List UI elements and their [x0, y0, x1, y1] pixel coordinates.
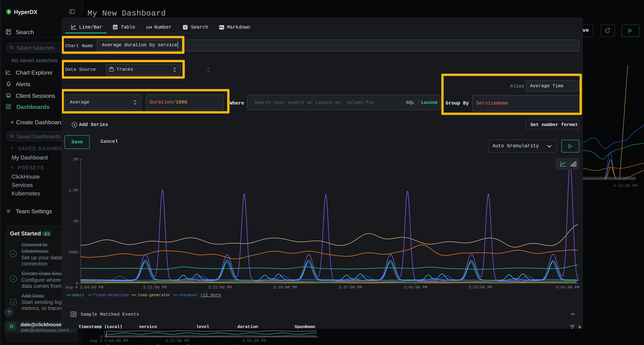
svg-text:load-generator: load-generator	[138, 293, 170, 298]
svg-text:Aug 4 3:04:00 PM: Aug 4 3:04:00 PM	[66, 285, 104, 290]
svg-text:4:04:00 PM: 4:04:00 PM	[614, 184, 637, 188]
svg-text:500K: 500K	[68, 250, 78, 255]
svg-text:1.5M: 1.5M	[68, 188, 78, 193]
svg-text:3:21:00 PM: 3:21:00 PM	[208, 285, 232, 290]
svg-text:3:29:00 PM: 3:29:00 PM	[273, 285, 297, 290]
svg-text:3:37:00 PM: 3:37:00 PM	[338, 285, 362, 290]
svg-text:Aug 4 3:04:00 PM: Aug 4 3:04:00 PM	[90, 339, 128, 343]
svg-text:3:13:00 PM: 3:13:00 PM	[143, 285, 166, 290]
svg-text:4:04:00 PM: 4:04:00 PM	[556, 285, 580, 290]
svg-text:checkout: checkout	[179, 293, 198, 298]
svg-text:3:45:00 PM: 3:45:00 PM	[404, 285, 427, 290]
svg-text:3:31:00 PM: 3:31:00 PM	[166, 339, 189, 343]
svg-text:+12 more: +12 more	[200, 293, 221, 298]
svg-text:fraud-detection: fraud-detection	[94, 293, 129, 298]
svg-text:3:53:00 PM: 3:53:00 PM	[468, 285, 492, 290]
svg-text:4:04:00 PM: 4:04:00 PM	[242, 339, 266, 343]
svg-text:1M: 1M	[73, 219, 78, 224]
svg-text:2M: 2M	[73, 157, 78, 162]
svg-text:— fraud-detection — frontend —: — fraud-detection — frontend — load-gene…	[100, 344, 251, 345]
svg-text:email: email	[72, 293, 84, 298]
